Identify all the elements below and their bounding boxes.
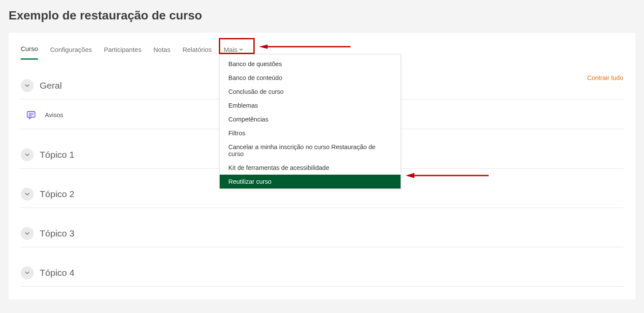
tab-settings[interactable]: Configurações — [50, 43, 92, 59]
tab-participants[interactable]: Participantes — [104, 43, 142, 59]
dropdown-item-filters[interactable]: Filtros — [220, 126, 401, 140]
section-title: Tópico 3 — [40, 228, 75, 239]
activity-label: Avisos — [45, 112, 63, 118]
dropdown-item-badges[interactable]: Emblemas — [220, 99, 401, 112]
section-title: Geral — [40, 80, 62, 91]
svg-marker-1 — [259, 45, 268, 49]
more-dropdown: Banco de questões Banco de conteúdo Conc… — [219, 54, 401, 189]
dropdown-item-reuse-course[interactable]: Reutilizar curso — [220, 175, 401, 188]
section-header: Tópico 4 — [21, 266, 623, 279]
chevron-down-icon — [25, 192, 30, 197]
tab-more-label: Mais — [224, 46, 237, 53]
dropdown-item-competencies[interactable]: Competências — [220, 112, 401, 126]
section-topic-4: Tópico 4 — [21, 259, 623, 287]
dropdown-item-content-bank[interactable]: Banco de conteúdo — [220, 71, 401, 85]
annotation-arrow-more — [257, 45, 352, 54]
forum-icon — [26, 110, 36, 120]
dropdown-item-question-bank[interactable]: Banco de questões — [220, 54, 401, 71]
chevron-down-icon — [25, 83, 30, 88]
collapse-toggle[interactable] — [21, 188, 34, 201]
collapse-toggle[interactable] — [21, 266, 34, 279]
chevron-down-icon — [25, 231, 30, 236]
tab-reports[interactable]: Relatórios — [183, 43, 212, 59]
section-title: Tópico 2 — [40, 189, 75, 199]
page-title: Exemplo de restauração de curso — [0, 0, 644, 33]
chevron-down-icon — [25, 152, 30, 157]
section-title: Tópico 4 — [40, 268, 75, 278]
dropdown-item-unenrol[interactable]: Cancelar a minha inscrição no curso Rest… — [220, 140, 401, 161]
tab-course[interactable]: Curso — [21, 42, 38, 60]
tab-grades[interactable]: Notas — [153, 43, 170, 59]
section-header: Tópico 3 — [21, 227, 623, 240]
tabs: Curso Configurações Participantes Notas … — [21, 33, 623, 60]
dropdown-item-course-completion[interactable]: Conclusão de curso — [220, 85, 401, 99]
collapse-toggle[interactable] — [21, 79, 34, 92]
section-topic-3: Tópico 3 — [21, 219, 623, 247]
course-card: Curso Configurações Participantes Notas … — [9, 33, 635, 300]
chevron-down-icon — [239, 48, 243, 51]
collapse-toggle[interactable] — [21, 148, 34, 161]
section-header: Tópico 2 — [21, 188, 623, 201]
chevron-down-icon — [25, 270, 30, 275]
collapse-toggle[interactable] — [21, 227, 34, 240]
section-title: Tópico 1 — [40, 150, 75, 160]
dropdown-item-accessibility-kit[interactable]: Kit de ferramentas de acessibilidade — [220, 161, 401, 175]
